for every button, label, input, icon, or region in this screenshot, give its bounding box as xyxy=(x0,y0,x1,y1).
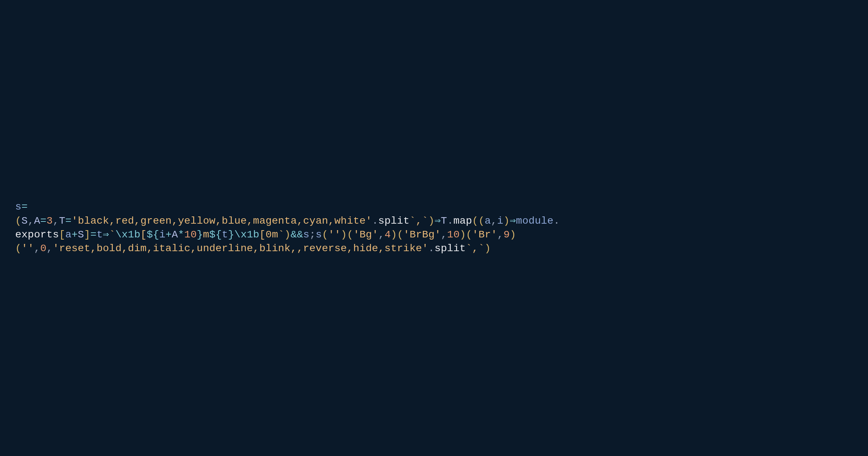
quote: ' xyxy=(422,242,428,254)
operator: + xyxy=(165,229,171,241)
paren: ) xyxy=(391,229,397,241)
paren: ( xyxy=(15,242,21,254)
string: reset,bold,dim,italic,underline,blink,,r… xyxy=(59,242,422,254)
operator: = xyxy=(65,215,72,227)
comma: , xyxy=(47,242,53,254)
dot: . xyxy=(428,242,434,254)
paren: ( xyxy=(322,229,328,241)
backtick: ` xyxy=(422,215,428,227)
paren: ( xyxy=(347,229,353,241)
comma: , xyxy=(28,215,34,227)
paren: ) xyxy=(460,229,466,241)
backtick: ` xyxy=(109,229,115,241)
paren: ( xyxy=(397,229,403,241)
paren: ) xyxy=(341,229,347,241)
escape: \x1b xyxy=(234,229,259,241)
code-block: s= (S,A=3,T='black,red,green,yellow,blue… xyxy=(0,0,868,456)
backtick: ` xyxy=(409,215,416,227)
template-close: } xyxy=(197,229,203,241)
comma: , xyxy=(491,215,497,227)
identifier: T xyxy=(441,215,447,227)
number: 10 xyxy=(184,229,197,241)
backtick: ` xyxy=(466,242,472,254)
code-line-3: exports[a+S]=t⇒`\x1b[${i+A*10}m${t}\x1b[… xyxy=(15,228,868,242)
backtick: ` xyxy=(278,229,284,241)
identifier: T xyxy=(59,215,65,227)
string: black,red,green,yellow,blue,magenta,cyan… xyxy=(78,215,366,227)
number: 10 xyxy=(447,229,460,241)
identifier: s xyxy=(303,229,309,241)
quote: ' xyxy=(353,229,359,241)
string: Br xyxy=(478,229,491,241)
operator: && xyxy=(291,229,303,241)
number: 3 xyxy=(47,215,53,227)
identifier: module xyxy=(516,215,554,227)
code-line-2: (S,A=3,T='black,red,green,yellow,blue,ma… xyxy=(15,214,868,228)
bracket: [ xyxy=(59,229,65,241)
dot: . xyxy=(447,215,453,227)
comma: , xyxy=(441,229,447,241)
operator: * xyxy=(178,229,184,241)
bracket: ] xyxy=(84,229,90,241)
string: , xyxy=(472,242,478,254)
escape: \x1b xyxy=(115,229,140,241)
identifier: A xyxy=(34,215,40,227)
identifier: t xyxy=(97,229,103,241)
comma: , xyxy=(34,242,40,254)
quote: ' xyxy=(53,242,59,254)
identifier: t xyxy=(222,229,228,241)
code-line-4: ('',0,'reset,bold,dim,italic,underline,b… xyxy=(15,242,868,256)
identifier: s xyxy=(15,201,21,213)
dot: . xyxy=(553,215,559,227)
string: [ xyxy=(140,229,146,241)
number: 4 xyxy=(384,229,391,241)
quote: ' xyxy=(403,229,409,241)
identifier: s xyxy=(316,229,322,241)
quote: ' xyxy=(472,229,478,241)
operator: = xyxy=(40,215,46,227)
string: , xyxy=(416,215,422,227)
quote: ' xyxy=(21,242,27,254)
code-line-1: s= xyxy=(15,200,868,214)
paren: ) xyxy=(503,215,510,227)
paren: ) xyxy=(485,242,491,254)
operator: + xyxy=(72,229,78,241)
comma: , xyxy=(53,215,59,227)
string: Bg xyxy=(359,229,372,241)
quote: ' xyxy=(435,229,441,241)
identifier: i xyxy=(497,215,503,227)
arrow: ⇒ xyxy=(434,215,441,227)
identifier: S xyxy=(21,215,27,227)
template-open: ${ xyxy=(147,229,159,241)
string: [0m xyxy=(259,229,278,241)
identifier: a xyxy=(65,229,71,241)
operator: = xyxy=(21,201,27,213)
operator: = xyxy=(90,229,97,241)
quote: ' xyxy=(28,242,34,254)
quote: ' xyxy=(335,229,341,241)
number: 9 xyxy=(503,229,510,241)
property: exports xyxy=(15,229,59,241)
comma: , xyxy=(378,229,384,241)
identifier: A xyxy=(172,229,178,241)
backtick: ` xyxy=(478,242,485,254)
paren: ( xyxy=(472,215,478,227)
quote: ' xyxy=(491,229,497,241)
identifier: a xyxy=(485,215,491,227)
template-open: ${ xyxy=(209,229,222,241)
quote: ' xyxy=(372,229,378,241)
paren: ( xyxy=(15,215,21,227)
arrow: ⇒ xyxy=(103,229,109,241)
paren: ( xyxy=(466,229,472,241)
comma: , xyxy=(497,229,503,241)
identifier: i xyxy=(159,229,165,241)
arrow: ⇒ xyxy=(510,215,516,227)
paren: ) xyxy=(428,215,434,227)
template-close: } xyxy=(228,229,234,241)
quote: ' xyxy=(366,215,372,227)
method: map xyxy=(453,215,472,227)
method: split xyxy=(434,242,466,254)
paren: ) xyxy=(510,229,516,241)
semicolon: ; xyxy=(310,229,316,241)
quote: ' xyxy=(72,215,78,227)
